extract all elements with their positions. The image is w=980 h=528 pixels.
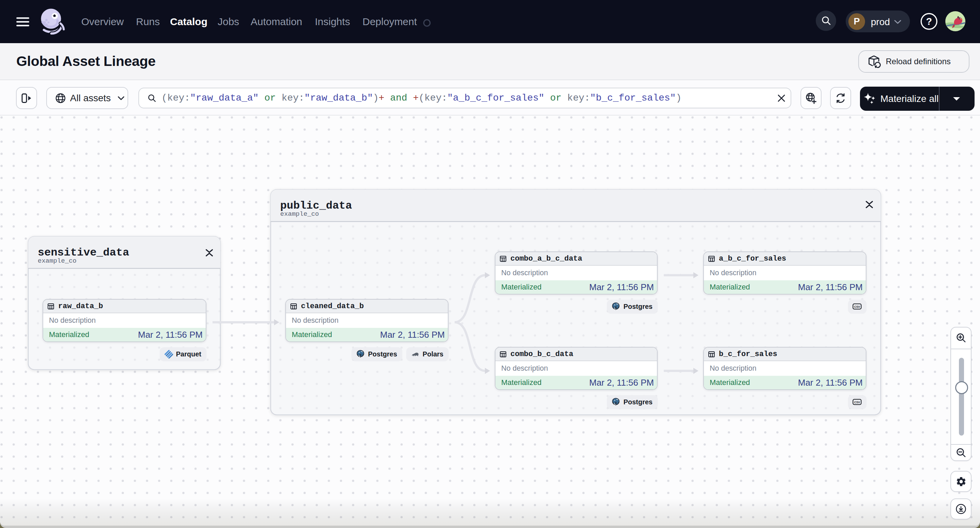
svg-text:CSV: CSV [854,401,860,404]
svg-text:CSV: CSV [854,305,860,309]
svg-text:?: ? [926,16,932,27]
